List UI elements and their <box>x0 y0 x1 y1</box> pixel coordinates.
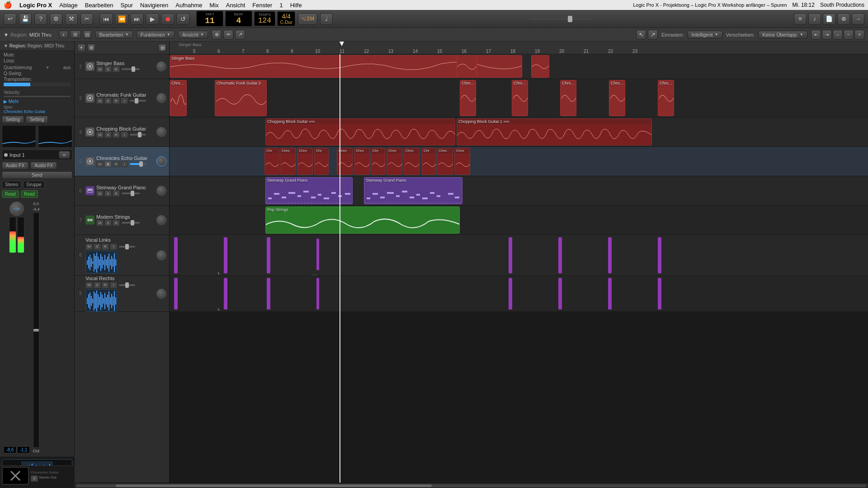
clip-chr-2[interactable]: Chro <box>280 148 296 175</box>
rec-5[interactable]: R <box>113 161 120 167</box>
bar-display[interactable]: TAKT 11 <box>196 11 223 27</box>
score-button[interactable]: 📄 <box>823 13 835 25</box>
clip-chromatic-3[interactable]: Chromatic <box>460 80 476 116</box>
clip-chr-11[interactable]: Chro <box>437 148 453 175</box>
clip-chopping-1[interactable]: Chopping Block Guitar ∞∞ <box>265 118 455 145</box>
toolbar-save-button[interactable]: 💾 <box>19 13 32 25</box>
clip-chromatic-7[interactable]: Chromatic F <box>658 80 674 116</box>
clip-chr-6[interactable]: Chro <box>354 148 370 175</box>
stereo-button[interactable]: Stereo <box>2 181 21 188</box>
clip-chromatic-6[interactable]: Chromatic F <box>609 80 625 116</box>
plus-button[interactable]: + <box>854 30 864 40</box>
mute-5[interactable]: M <box>96 161 104 167</box>
input-selector[interactable]: Input 1 ∞ <box>2 150 72 160</box>
vocal-clip-9-7[interactable] <box>608 278 612 310</box>
clip-pop-strings[interactable]: Pop Strings <box>265 206 460 234</box>
track-row-modern-strings[interactable]: 7 Modern Strings M S R <box>75 206 169 235</box>
clip-chromatic-2[interactable]: Chromatic Funk Guitar.3 <box>215 80 267 116</box>
ansicht-button[interactable]: Ansicht ▼ <box>178 31 208 39</box>
track-knob-8[interactable] <box>156 250 166 260</box>
menu-mix[interactable]: Mix <box>210 2 219 9</box>
audio-fx-button1[interactable]: Audio FX <box>2 162 28 169</box>
rec-7[interactable]: R <box>113 220 120 226</box>
transposition-slider[interactable] <box>4 83 71 86</box>
read-button1[interactable]: Read <box>2 190 19 198</box>
mute-6[interactable]: M <box>96 190 104 197</box>
clip-chr-1[interactable]: Chr <box>264 148 279 175</box>
master-volume-slider[interactable] <box>530 18 593 20</box>
funktionen-button[interactable]: Funktionen ▼ <box>137 31 175 39</box>
vol-9[interactable] <box>119 284 135 286</box>
clip-chromatic-5[interactable]: Chromatic F <box>560 80 576 116</box>
vol-thumb-4[interactable] <box>138 132 142 137</box>
menu-aufnahme[interactable]: Aufnahme <box>175 2 202 9</box>
track-row-steinway[interactable]: 6 Steinway Grand Piano M S <box>75 176 169 206</box>
input-9[interactable]: I <box>110 282 117 288</box>
track-knob-3[interactable] <box>156 93 166 103</box>
cursor-button[interactable]: ↖ <box>636 30 646 40</box>
pencil-tool[interactable]: ✏ <box>223 30 233 40</box>
track-knob-6[interactable] <box>156 186 166 196</box>
toolbar-loop-button[interactable]: ↩ <box>4 13 16 25</box>
region-arrow[interactable]: ▼ <box>4 32 9 38</box>
toolbar-help-button[interactable]: ? <box>34 13 47 25</box>
fader-track[interactable] <box>33 212 39 448</box>
back-start-button[interactable]: ⏭ <box>130 13 144 25</box>
vol-thumb-5[interactable] <box>139 161 143 167</box>
hscroll-thumb[interactable] <box>116 484 432 487</box>
menu-ablage[interactable]: Ablage <box>59 2 77 9</box>
vocal-clip-9-8[interactable] <box>658 278 661 310</box>
piano-button[interactable]: ♪ <box>808 13 821 25</box>
apple-menu[interactable]: 🍎 <box>4 1 12 9</box>
toolbar-settings-button[interactable]: ⚙ <box>50 13 62 25</box>
bearbeiten-button[interactable]: Bearbeiten ▼ <box>95 31 133 39</box>
arrow-tool[interactable]: ↗ <box>235 30 245 40</box>
minus-button[interactable]: − <box>844 30 854 40</box>
track-add-button[interactable]: + <box>77 44 85 52</box>
track-row-chromatic-funk[interactable]: 3 Chromatic Funk Guitar M S R <box>75 79 169 117</box>
rec-9[interactable]: R <box>102 282 109 288</box>
vocal-clip-9-2[interactable] <box>224 278 227 310</box>
fast-rewind-button[interactable]: ⏪ <box>115 13 128 25</box>
align-both-button[interactable]: ↔ <box>833 30 843 40</box>
signature-display[interactable]: 4/4 C-Dur <box>277 11 296 26</box>
track-loop-button[interactable]: ⊞ <box>87 44 95 52</box>
track-knob-2[interactable] <box>156 61 166 71</box>
clip-steinway-2[interactable]: Steinway Grand Piano <box>364 177 462 204</box>
menu-navigieren[interactable]: Navigieren <box>140 2 168 9</box>
gain-knob[interactable]: +30 <box>9 202 24 216</box>
verschieben-select[interactable]: Keine Überlapp. ▼ <box>758 31 807 39</box>
solo-4[interactable]: S <box>104 131 112 138</box>
gruppe-button[interactable]: Gruppe <box>23 181 44 188</box>
vocal-clip-8-1[interactable] <box>174 237 178 273</box>
tuner-button[interactable]: ♩ <box>320 13 333 25</box>
setting-button2[interactable]: Setting <box>26 116 48 123</box>
align-right-button[interactable]: ⇥ <box>822 30 832 40</box>
menu-hilfe[interactable]: Hilfe <box>290 2 302 9</box>
x-button-display[interactable] <box>2 467 29 485</box>
solo-9[interactable]: S <box>94 282 101 288</box>
audio-fx-button2[interactable]: Audio FX <box>30 162 57 169</box>
vol-thumb-9[interactable] <box>125 282 129 288</box>
input-4[interactable]: I <box>121 131 128 138</box>
fader-knob[interactable] <box>33 329 39 332</box>
vol-3[interactable] <box>130 100 146 102</box>
vocal-clip-8-8[interactable] <box>658 237 661 273</box>
eq-display2[interactable] <box>38 125 72 148</box>
clip-stinger-bass-3[interactable] <box>457 55 477 78</box>
solo-3[interactable]: S <box>104 98 112 104</box>
solo-5[interactable]: S <box>104 161 112 167</box>
pointer-button[interactable]: ↗ <box>648 30 658 40</box>
vol-thumb-6[interactable] <box>131 191 134 196</box>
read-button2[interactable]: Read <box>21 190 38 198</box>
vol-6[interactable] <box>122 192 140 194</box>
vocal-clip-8-3[interactable] <box>267 237 270 273</box>
vocal-clip-9-5[interactable] <box>509 278 512 310</box>
track-knob-5[interactable] <box>156 156 166 166</box>
vol-4[interactable] <box>130 134 146 136</box>
track-knob-7[interactable] <box>156 215 166 225</box>
track-col-button[interactable]: ▤ <box>158 44 166 52</box>
vocal-clip-8-5[interactable] <box>509 237 512 273</box>
clip-chr-3[interactable]: Chro <box>297 148 313 175</box>
menu-1[interactable]: 1 <box>279 2 283 9</box>
